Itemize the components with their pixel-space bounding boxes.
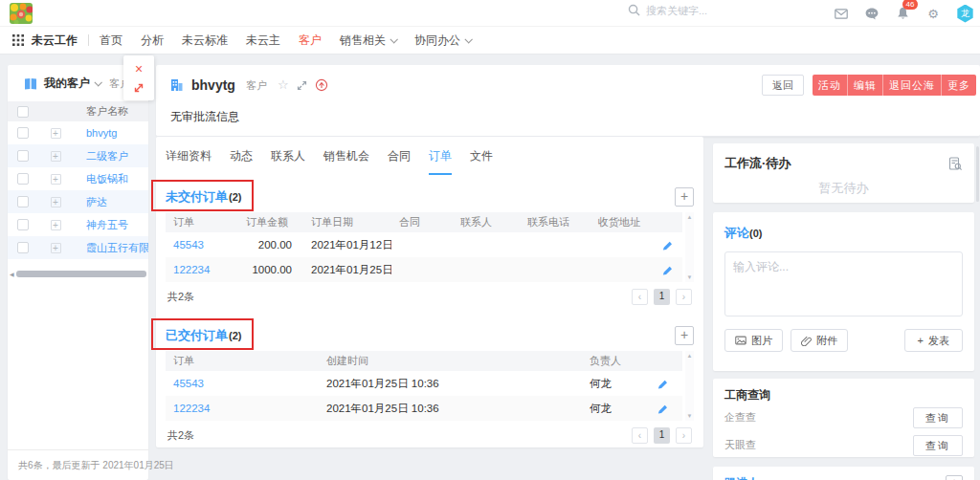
publish-comment-button[interactable]: + 发表 bbox=[904, 329, 963, 352]
scroll-left-icon[interactable]: ◀ bbox=[10, 271, 14, 277]
more-button[interactable]: 更多 bbox=[941, 75, 976, 96]
expand-row-icon[interactable]: + bbox=[51, 174, 61, 185]
customer-row[interactable]: + 神舟五号 bbox=[8, 213, 148, 236]
notification-bell-icon[interactable]: 46 bbox=[895, 6, 910, 21]
comment-input[interactable] bbox=[724, 251, 963, 316]
current-page[interactable]: 1 bbox=[654, 427, 670, 444]
tab-contacts[interactable]: 联系人 bbox=[271, 137, 305, 175]
tab-opportunities[interactable]: 销售机会 bbox=[323, 137, 369, 175]
back-button[interactable]: 返回 bbox=[762, 75, 804, 96]
order-link[interactable]: 45543 bbox=[166, 239, 238, 251]
customer-name-link[interactable]: 二级客户 bbox=[73, 149, 148, 164]
add-follower-button[interactable]: + bbox=[946, 475, 963, 480]
return-to-pool-button[interactable]: 退回公海 bbox=[882, 75, 941, 96]
settings-gear-icon[interactable]: ⚙ bbox=[925, 6, 941, 21]
add-order-button[interactable]: + bbox=[675, 187, 694, 207]
nav-item-office[interactable]: 协同办公 bbox=[414, 33, 471, 49]
order-link[interactable]: 122234 bbox=[166, 264, 238, 275]
customer-name-link[interactable]: 电饭锅和 bbox=[73, 172, 148, 186]
expand-diagonal-icon[interactable] bbox=[133, 82, 145, 94]
select-all-checkbox[interactable] bbox=[17, 106, 29, 118]
next-page-button[interactable]: › bbox=[676, 289, 692, 305]
horizontal-scrollbar[interactable]: ◀ bbox=[10, 270, 146, 277]
customer-name-link[interactable]: 萨达 bbox=[73, 195, 148, 209]
add-order-button[interactable]: + bbox=[675, 326, 694, 345]
lookup-row: 天眼查 查询 bbox=[724, 431, 963, 459]
sidebar-view-title[interactable]: 我的客户 bbox=[44, 76, 90, 92]
customer-row[interactable]: + 萨达 bbox=[8, 190, 148, 213]
right-panel-scrollbar[interactable] bbox=[976, 146, 979, 202]
edit-icon[interactable] bbox=[654, 240, 682, 251]
nav-item-home[interactable]: 首页 bbox=[100, 33, 122, 49]
apps-grid-icon[interactable] bbox=[12, 34, 24, 46]
customer-name-link[interactable]: bhvytg bbox=[73, 127, 148, 139]
lookup-query-button[interactable]: 查询 bbox=[913, 407, 963, 428]
search-input[interactable] bbox=[646, 5, 770, 16]
nav-item-analysis[interactable]: 分析 bbox=[141, 33, 164, 49]
customer-name-link[interactable]: 神舟五号 bbox=[73, 218, 148, 232]
customer-row[interactable]: + bhvytg bbox=[8, 121, 148, 144]
nav-item-sales[interactable]: 销售相关 bbox=[340, 33, 396, 49]
star-favorite-icon[interactable]: ☆ bbox=[278, 79, 289, 91]
expand-row-icon[interactable]: + bbox=[51, 220, 61, 230]
row-checkbox[interactable] bbox=[17, 173, 29, 185]
row-checkbox[interactable] bbox=[17, 196, 29, 207]
add-image-button[interactable]: 图片 bbox=[724, 329, 783, 352]
prev-page-button[interactable]: ‹ bbox=[632, 427, 648, 444]
app-logo[interactable] bbox=[10, 3, 33, 24]
row-checkbox[interactable] bbox=[17, 127, 29, 139]
prev-page-button[interactable]: ‹ bbox=[632, 289, 648, 305]
order-link[interactable]: 122234 bbox=[166, 403, 319, 414]
expand-icon[interactable] bbox=[297, 80, 307, 91]
chat-icon[interactable] bbox=[864, 6, 880, 21]
customer-row[interactable]: + 二级客户 bbox=[8, 144, 148, 167]
tab-details[interactable]: 详细资料 bbox=[166, 137, 212, 175]
tab-activity[interactable]: 动态 bbox=[230, 137, 253, 175]
approval-flow-note: 无审批流信息 bbox=[156, 109, 980, 125]
scroll-down-icon[interactable]: ▼ bbox=[687, 274, 693, 280]
vertical-scrollbar[interactable]: ▲ ▼ bbox=[685, 212, 694, 282]
audit-log-icon[interactable] bbox=[948, 157, 963, 171]
customer-name-link[interactable]: 霞山五行有限 bbox=[73, 241, 148, 255]
mail-icon[interactable] bbox=[834, 6, 849, 21]
row-checkbox[interactable] bbox=[17, 219, 29, 230]
image-icon bbox=[735, 336, 746, 345]
tab-files[interactable]: 文件 bbox=[470, 137, 493, 175]
order-owner: 何龙 bbox=[582, 402, 649, 416]
order-link[interactable]: 45543 bbox=[166, 378, 319, 389]
edit-icon[interactable] bbox=[654, 265, 682, 275]
next-page-button[interactable]: › bbox=[676, 427, 692, 444]
edit-button[interactable]: 编辑 bbox=[847, 75, 882, 96]
customer-row[interactable]: + 电饭锅和 bbox=[8, 167, 148, 190]
row-checkbox[interactable] bbox=[17, 150, 29, 162]
scroll-up-icon[interactable]: ▲ bbox=[687, 214, 693, 220]
activity-button[interactable]: 活动 bbox=[813, 75, 847, 96]
customer-row[interactable]: + 霞山五行有限 bbox=[8, 236, 148, 259]
nav-item-main[interactable]: 未云主 bbox=[246, 33, 280, 49]
user-avatar[interactable]: 龙 bbox=[956, 5, 974, 23]
scroll-down-icon[interactable]: ▼ bbox=[687, 413, 693, 419]
tab-contracts[interactable]: 合同 bbox=[388, 137, 411, 175]
edit-icon[interactable] bbox=[649, 404, 682, 414]
expand-row-icon[interactable]: + bbox=[51, 243, 61, 253]
close-icon[interactable]: × bbox=[135, 62, 143, 76]
nav-item-customer[interactable]: 客户 bbox=[299, 33, 322, 49]
expand-row-icon[interactable]: + bbox=[51, 197, 61, 207]
edit-icon[interactable] bbox=[649, 379, 682, 389]
current-page[interactable]: 1 bbox=[654, 289, 670, 305]
workflow-empty-text: 暂无待办 bbox=[724, 180, 963, 197]
row-checkbox[interactable] bbox=[17, 242, 29, 253]
seal-status-icon bbox=[315, 78, 328, 92]
add-attachment-button[interactable]: 附件 bbox=[791, 329, 848, 352]
vertical-scrollbar[interactable]: ▲ ▼ bbox=[685, 351, 694, 421]
col-created: 创建时间 bbox=[319, 354, 582, 368]
workflow-title: 工作流·待办 bbox=[724, 155, 791, 172]
tab-orders[interactable]: 订单 bbox=[429, 137, 452, 175]
scrollbar-thumb[interactable] bbox=[16, 271, 146, 277]
workspace-name[interactable]: 未云工作 bbox=[32, 33, 78, 49]
lookup-query-button[interactable]: 查询 bbox=[913, 435, 963, 456]
expand-row-icon[interactable]: + bbox=[51, 128, 61, 139]
scroll-up-icon[interactable]: ▲ bbox=[687, 353, 693, 359]
expand-row-icon[interactable]: + bbox=[51, 151, 61, 162]
nav-item-standard[interactable]: 未云标准 bbox=[182, 33, 228, 49]
